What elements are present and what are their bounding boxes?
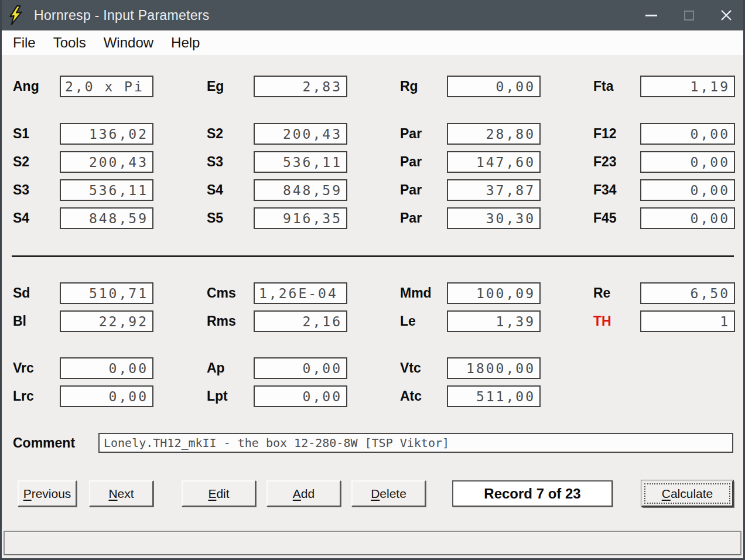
param-rg: Rg 0,00 (400, 76, 541, 97)
menu-help[interactable]: Help (162, 30, 209, 55)
field-cms[interactable]: 1,26E-04 (254, 282, 347, 304)
param-f23: F23 0,00 (593, 151, 735, 173)
param-mmd: Mmd 100,09 (400, 282, 541, 304)
label-f23: F23 (593, 154, 617, 170)
field-vtc[interactable]: 1800,00 (447, 357, 541, 379)
field-s3b[interactable]: 536,11 (254, 151, 347, 173)
param-par4: Par 30,30 (400, 207, 541, 229)
field-ap[interactable]: 0,00 (254, 357, 347, 379)
field-f12[interactable]: 0,00 (640, 123, 735, 145)
label-ap: Ap (207, 360, 225, 376)
label-sd: Sd (13, 285, 30, 301)
field-rms[interactable]: 2,16 (254, 310, 347, 332)
param-s3a: S3 536,11 (13, 179, 153, 201)
param-s1: S1 136,02 (13, 123, 153, 145)
field-rg[interactable]: 0,00 (447, 76, 541, 97)
label-le: Le (400, 313, 416, 329)
field-re[interactable]: 6,50 (640, 282, 735, 304)
field-f45[interactable]: 0,00 (640, 207, 735, 229)
minimize-icon (645, 15, 657, 16)
title-bar: Hornresp - Input Parameters (0, 0, 745, 30)
window-title: Hornresp - Input Parameters (34, 8, 210, 23)
calculate-button[interactable]: Calculate (641, 480, 733, 507)
section-divider (12, 255, 734, 257)
param-le: Le 1,39 (400, 310, 541, 332)
field-atc[interactable]: 511,00 (447, 385, 541, 407)
field-s4b[interactable]: 848,59 (254, 179, 347, 201)
label-s3a: S3 (13, 182, 29, 198)
field-lpt[interactable]: 0,00 (254, 385, 347, 407)
param-f45: F45 0,00 (593, 207, 735, 229)
param-par2: Par 147,60 (400, 151, 541, 173)
add-button[interactable]: Add (266, 480, 341, 507)
field-s2a[interactable]: 200,43 (60, 151, 153, 173)
label-rg: Rg (400, 78, 418, 94)
label-vtc: Vtc (400, 360, 421, 376)
label-f12: F12 (593, 126, 617, 142)
client-area: Ang 2,0 x Pi Eg 2,83 Rg 0,00 Fta 1,19 S1… (2, 55, 743, 558)
param-lpt: Lpt 0,00 (207, 385, 347, 407)
close-icon (720, 9, 733, 22)
param-ap: Ap 0,00 (207, 357, 347, 379)
field-lrc[interactable]: 0,00 (60, 385, 153, 407)
param-bl: Bl 22,92 (13, 310, 153, 332)
field-s3a[interactable]: 536,11 (60, 179, 153, 201)
label-f45: F45 (593, 210, 617, 226)
field-s1[interactable]: 136,02 (60, 123, 153, 145)
label-par2: Par (400, 154, 422, 170)
field-ang[interactable]: 2,0 x Pi (60, 76, 153, 97)
label-rms: Rms (207, 313, 236, 329)
field-mmd[interactable]: 100,09 (447, 282, 541, 304)
label-s1: S1 (13, 126, 29, 142)
menu-window[interactable]: Window (95, 30, 162, 55)
label-fta: Fta (593, 78, 614, 94)
field-fta[interactable]: 1,19 (640, 76, 735, 97)
field-par3[interactable]: 37,87 (447, 179, 541, 201)
param-lrc: Lrc 0,00 (13, 385, 153, 407)
field-le[interactable]: 1,39 (447, 310, 541, 332)
param-f34: F34 0,00 (593, 179, 735, 201)
param-par3: Par 37,87 (400, 179, 541, 201)
previous-button[interactable]: Previous (18, 480, 77, 507)
minimize-button[interactable] (633, 0, 670, 30)
menu-tools[interactable]: Tools (45, 30, 95, 55)
maximize-icon (684, 11, 694, 21)
field-bl[interactable]: 22,92 (60, 310, 153, 332)
field-par2[interactable]: 147,60 (447, 151, 541, 173)
comment-field[interactable]: Lonely.TH12_mkII - the box 12-280-8W [TS… (98, 433, 733, 453)
field-par4[interactable]: 30,30 (447, 207, 541, 229)
menu-bar: File Tools Window Help (2, 30, 743, 55)
field-sd[interactable]: 510,71 (60, 282, 153, 304)
label-mmd: Mmd (400, 285, 432, 301)
maximize-button[interactable] (670, 0, 708, 30)
label-bl: Bl (13, 313, 26, 329)
param-f12: F12 0,00 (593, 123, 735, 145)
comment-row: Comment Lonely.TH12_mkII - the box 12-28… (13, 433, 733, 453)
field-s5[interactable]: 916,35 (254, 207, 347, 229)
field-f23[interactable]: 0,00 (640, 151, 735, 173)
label-s3b: S3 (207, 154, 223, 170)
edit-button[interactable]: Edit (182, 480, 256, 507)
next-button[interactable]: Next (89, 480, 153, 507)
label-s2a: S2 (13, 154, 29, 170)
field-th[interactable]: 1 (640, 310, 735, 332)
field-s4a[interactable]: 848,59 (60, 207, 153, 229)
hornresp-window: Hornresp - Input Parameters File Tools W… (0, 0, 745, 560)
close-button[interactable] (708, 0, 745, 30)
menu-file[interactable]: File (4, 30, 45, 55)
param-par1: Par 28,80 (400, 123, 541, 145)
delete-button[interactable]: Delete (351, 480, 426, 507)
label-re: Re (593, 285, 610, 301)
param-ang: Ang 2,0 x Pi (13, 76, 153, 97)
comment-label: Comment (13, 435, 98, 451)
field-eg[interactable]: 2,83 (254, 76, 347, 97)
field-s2b[interactable]: 200,43 (254, 123, 347, 145)
param-s2a: S2 200,43 (13, 151, 153, 173)
field-f34[interactable]: 0,00 (640, 179, 735, 201)
param-vtc: Vtc 1800,00 (400, 357, 541, 379)
window-controls (633, 0, 745, 30)
field-vrc[interactable]: 0,00 (60, 357, 153, 379)
param-eg: Eg 2,83 (207, 76, 347, 97)
field-par1[interactable]: 28,80 (447, 123, 541, 145)
param-s2b: S2 200,43 (207, 123, 347, 145)
